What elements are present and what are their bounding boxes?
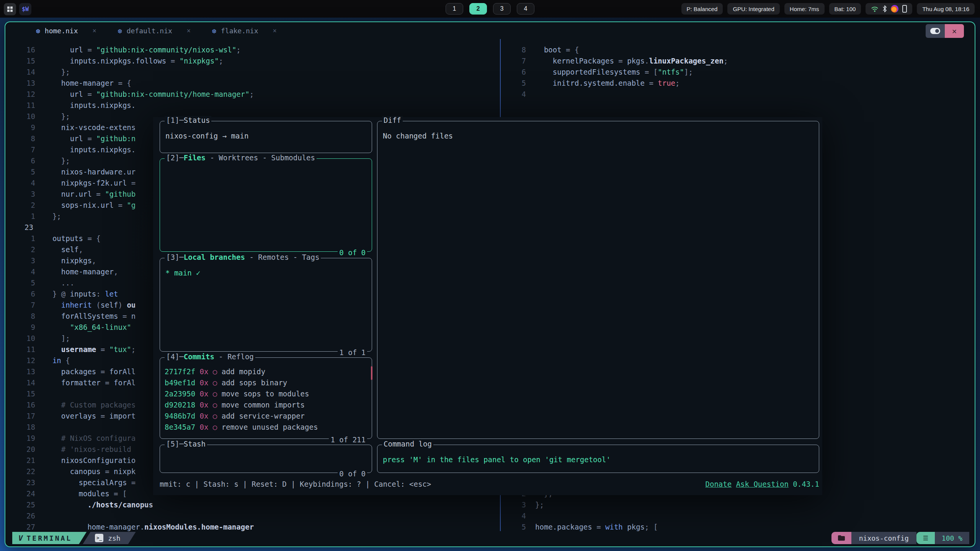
- version-label: 0.43.1: [793, 480, 819, 488]
- commits-scrollbar[interactable]: [371, 366, 372, 380]
- line-number: 3: [511, 499, 526, 510]
- commit-message: add mopidy: [222, 367, 265, 376]
- line-number: 7: [511, 55, 526, 67]
- system-top-bar: $W 1234 P: BalancedGPU: IntegratedHome: …: [0, 0, 980, 18]
- line-number: 2: [18, 244, 35, 255]
- diff-panel-title: Diff: [382, 116, 403, 124]
- lazygit-diff-panel[interactable]: Diff No changed files: [377, 121, 819, 439]
- code-line: 14};: [18, 67, 500, 78]
- commit-row[interactable]: 2717f2f 0x ○ add mopidy: [165, 366, 368, 377]
- line-number: 14: [18, 377, 35, 388]
- lazygit-files-panel[interactable]: [2]─Files - Worktrees - Submodules 0 of …: [160, 158, 372, 252]
- terminal-prompt-icon: >_: [95, 534, 103, 542]
- terminal-window: ❆home.nix×❆default.nix×❆flake.nix× ✕ 16u…: [5, 21, 975, 547]
- status-pill-0: P: Balanced: [681, 3, 723, 15]
- statusline-shell-segment: >_ zsh: [83, 532, 136, 544]
- commit-hash: d920218: [165, 401, 195, 409]
- commit-hash: 9486b7d: [165, 412, 195, 420]
- toggle-button[interactable]: [926, 24, 945, 38]
- lazygit-window: [1]─Status nixos-config → main [2]─Files…: [153, 117, 822, 495]
- line-number: 10: [18, 111, 35, 122]
- line-number: 14: [18, 67, 35, 78]
- commit-row[interactable]: 2a23950 0x ○ move sops to modules: [165, 388, 368, 399]
- tab-close-icon[interactable]: ×: [93, 27, 96, 34]
- line-number: 2: [18, 200, 35, 211]
- workspace-button-1[interactable]: 1: [446, 3, 463, 15]
- lazygit-status-panel[interactable]: [1]─Status nixos-config → main: [160, 121, 372, 153]
- line-number: 8: [18, 311, 35, 322]
- line-number: 22: [18, 466, 35, 477]
- workspace-button-4[interactable]: 4: [517, 3, 534, 15]
- lazygit-branches-panel[interactable]: [3]─Local branches - Remotes - Tags * ma…: [160, 258, 372, 352]
- line-number: 1: [18, 233, 35, 244]
- commit-row[interactable]: 8e345a7 0x ○ remove unused packages: [165, 422, 368, 433]
- status-pill-2: Home: 7ms: [784, 3, 825, 15]
- bluetooth-icon[interactable]: [882, 5, 887, 13]
- commit-row[interactable]: d920218 0x ○ move common imports: [165, 399, 368, 411]
- clock[interactable]: Thu Aug 08, 18:16: [917, 3, 975, 15]
- diff-content: No changed files: [377, 121, 819, 142]
- tab-label: flake.nix: [221, 27, 258, 35]
- commit-row[interactable]: b49ef1d 0x ○ add sops binary: [165, 377, 368, 388]
- workspace-button-3[interactable]: 3: [493, 3, 511, 15]
- commit-message: move common imports: [222, 401, 305, 409]
- media-player-icon[interactable]: [891, 5, 898, 13]
- phone-icon[interactable]: [902, 5, 907, 13]
- code-line: 7kernelPackages = pkgs.linuxPackages_zen…: [511, 55, 975, 67]
- line-number: 13: [18, 366, 35, 377]
- line-number: 8: [18, 133, 35, 144]
- line-number: 20: [18, 444, 35, 455]
- command-log-title: Command log: [382, 440, 433, 448]
- line-number: 9: [18, 122, 35, 133]
- commit-message: remove unused packages: [222, 423, 318, 431]
- commits-panel-title: [4]─Commits - Reflog: [165, 352, 255, 361]
- line-number: 27: [18, 522, 35, 531]
- donate-link[interactable]: Donate: [706, 480, 732, 488]
- lazygit-stash-panel[interactable]: [5]─Stash 0 of 0: [160, 445, 372, 473]
- code-line: 15inputs.nixpkgs.follows = "nixpkgs";: [18, 55, 500, 67]
- system-tray: [866, 3, 912, 15]
- statusline-mode-segment: V TERMINAL: [12, 532, 87, 544]
- line-number: 17: [18, 411, 35, 422]
- code-line: 6supportedFilesystems = ["ntfs"];: [511, 67, 975, 78]
- lines-icon-segment: ☰: [916, 532, 935, 544]
- tab-close-icon[interactable]: ×: [273, 27, 277, 34]
- line-number: 23: [18, 222, 35, 233]
- commits-counter: 1 of 211: [329, 435, 367, 444]
- line-number: 1: [18, 211, 35, 222]
- nix-snowflake-icon: ❆: [36, 27, 40, 35]
- code-line: 26: [18, 510, 500, 522]
- tab-home.nix[interactable]: ❆home.nix×: [36, 27, 96, 35]
- lazygit-commits-panel[interactable]: [4]─Commits - Reflog 2717f2f 0x ○ add mo…: [160, 357, 372, 439]
- lazygit-command-log-panel[interactable]: Command log press 'M' in the files panel…: [377, 445, 819, 473]
- repo-name: nixos-config: [851, 532, 916, 544]
- line-number: 8: [511, 44, 526, 55]
- editor-area: 16url = "github:nix-community/nixos-wsl"…: [5, 39, 975, 531]
- code-line: 5initrd.systemd.enable = true;: [511, 78, 975, 89]
- status-panel-title: [1]─Status: [165, 116, 211, 124]
- files-counter: 0 of 0: [338, 248, 367, 257]
- scroll-percent: 100 %: [935, 532, 969, 544]
- wifi-icon[interactable]: [871, 5, 879, 12]
- line-number: 26: [18, 510, 35, 522]
- window-close-button[interactable]: ✕: [945, 24, 964, 38]
- commit-row[interactable]: 9486b7d 0x ○ add service-wrapper: [165, 411, 368, 422]
- code-line: 25./hosts/canopus: [18, 499, 500, 510]
- commit-badge: 0x ○: [195, 378, 222, 387]
- hamburger-icon: ☰: [923, 535, 928, 542]
- line-number: 24: [18, 488, 35, 499]
- commit-message: move sops to modules: [222, 390, 309, 398]
- line-number: 15: [18, 55, 35, 67]
- commit-badge: 0x ○: [195, 367, 222, 376]
- ask-question-link[interactable]: Ask Question: [736, 480, 789, 488]
- tab-flake.nix[interactable]: ❆flake.nix×: [212, 27, 277, 35]
- tab-default.nix[interactable]: ❆default.nix×: [118, 27, 191, 35]
- folder-icon-segment: [831, 532, 851, 544]
- statusline: V TERMINAL >_ zsh nixos-config ☰ 100 %: [6, 532, 974, 544]
- workspace-button-2[interactable]: 2: [469, 3, 487, 15]
- tab-close-icon[interactable]: ×: [187, 27, 191, 34]
- command-log-content: press 'M' in the files panel to open 'gi…: [377, 445, 819, 465]
- line-number: 3: [18, 189, 35, 200]
- line-number: 18: [18, 422, 35, 433]
- line-number: 12: [18, 355, 35, 366]
